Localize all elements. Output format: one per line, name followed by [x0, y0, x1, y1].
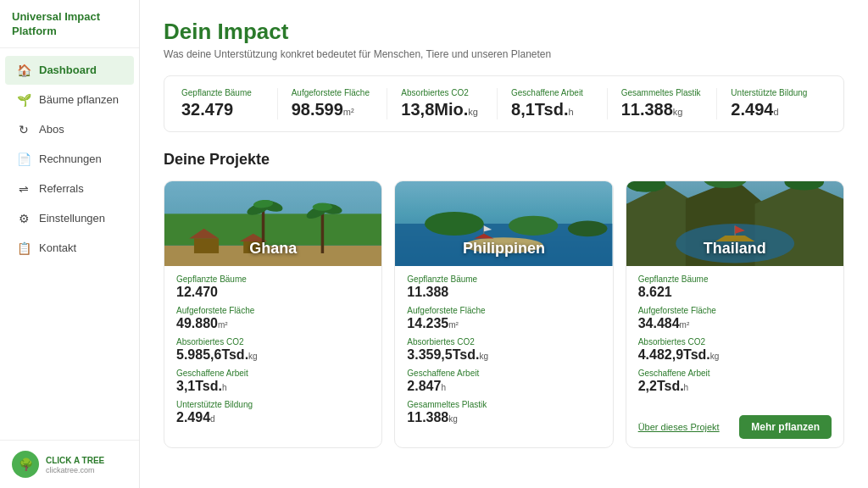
proj-stat-label: Gepflanzte Bäume [407, 274, 600, 284]
sidebar: Universal ImpactPlatform 🏠 Dashboard 🌱 B… [0, 0, 140, 488]
brand-logo: 🌳 [12, 451, 39, 478]
stat-gepflanzte-baeume: Gepflanzte Bäume 32.479 [181, 88, 278, 119]
project-image-thailand: Thailand [626, 181, 843, 266]
proj-stat: Absorbiertes CO2 5.985,6Tsd.kg [176, 337, 370, 363]
project-card-philippinen: Philippinen Gepflanzte Bäume 11.388 Aufg… [394, 180, 613, 448]
proj-stat-label: Absorbiertes CO2 [176, 337, 370, 347]
proj-stat-value: 49.880m² [176, 316, 370, 331]
project-detail-link[interactable]: Über dieses Projekt [638, 422, 720, 432]
stat-label: Absorbiertes CO2 [401, 88, 483, 97]
stat-absorbiertes-co2: Absorbiertes CO2 13,8Mio.kg [387, 88, 498, 119]
proj-stat: Geschaffene Arbeit 3,1Tsd.h [176, 369, 370, 394]
project-card-thailand: Thailand Gepflanzte Bäume 8.621 Aufgefor… [626, 180, 844, 448]
proj-stat-label: Geschaffene Arbeit [638, 369, 832, 378]
sidebar-item-einstellungen[interactable]: ⚙ Einstellungen [5, 204, 134, 233]
proj-stat-value: 2,2Tsd.h [638, 379, 832, 394]
proj-stat: Aufgeforstete Fläche 34.484m² [638, 306, 832, 331]
proj-stat-value: 2.494d [176, 410, 370, 425]
stat-value: 11.388kg [621, 100, 704, 119]
proj-stat-value: 34.484m² [638, 316, 832, 331]
proj-stat-value: 8.621 [638, 285, 832, 300]
sidebar-footer: 🌳 CLICK A TREE clickatree.com [0, 440, 139, 488]
proj-stat-value: 4.482,9Tsd.kg [638, 347, 832, 363]
brand-name: CLICK A TREE [46, 455, 104, 466]
project-image-philippinen: Philippinen [395, 181, 612, 266]
stat-label: Gepflanzte Bäume [181, 88, 264, 97]
sidebar-item-label: Dashboard [39, 64, 97, 76]
project-footer-thailand: Über dieses Projekt Mehr pflanzen [626, 410, 843, 447]
stat-label: Unterstützte Bildung [731, 88, 813, 97]
sidebar-item-label: Rechnungen [39, 152, 102, 165]
sidebar-item-label: Kontakt [39, 241, 76, 254]
proj-stat-value: 14.235m² [407, 316, 600, 331]
tree-icon: 🌱 [17, 93, 31, 107]
project-stats-philippinen: Gepflanzte Bäume 11.388 Aufgeforstete Fl… [395, 266, 612, 441]
stat-label: Gesammeltes Plastik [621, 88, 704, 97]
refresh-icon: ↻ [17, 123, 31, 136]
proj-stat-value: 3.359,5Tsd.kg [407, 347, 600, 363]
project-stats-thailand: Gepflanzte Bäume 8.621 Aufgeforstete Flä… [626, 266, 843, 410]
sidebar-item-label: Referrals [39, 182, 84, 195]
stat-gesammeltes-plastik: Gesammeltes Plastik 11.388kg [608, 88, 718, 119]
proj-stat-value: 5.985,6Tsd.kg [176, 347, 370, 363]
project-name-philippinen: Philippinen [463, 240, 545, 266]
main-content: Dein Impact Was deine Unterstützung konk… [140, 0, 868, 488]
proj-stat-label: Aufgeforstete Fläche [176, 306, 370, 315]
proj-stat-label: Gepflanzte Bäume [638, 274, 832, 284]
proj-stat-value: 3,1Tsd.h [176, 379, 370, 394]
stat-label: Aufgeforstete Fläche [292, 88, 374, 97]
proj-stat: Aufgeforstete Fläche 49.880m² [176, 306, 370, 331]
project-image-ghana: Ghana [164, 181, 381, 266]
proj-stat-label: Unterstützte Bildung [176, 400, 370, 409]
proj-stat-label: Geschaffene Arbeit [176, 369, 370, 378]
proj-stat: Gepflanzte Bäume 11.388 [407, 274, 600, 300]
proj-stat: Aufgeforstete Fläche 14.235m² [407, 306, 600, 331]
sidebar-nav: 🏠 Dashboard 🌱 Bäume pflanzen ↻ Abos 📄 Re… [0, 48, 139, 440]
stat-value: 98.599m² [292, 100, 374, 119]
sidebar-item-dashboard[interactable]: 🏠 Dashboard [5, 56, 134, 85]
proj-stat-label: Aufgeforstete Fläche [638, 306, 832, 315]
stat-value: 8,1Tsd.h [511, 100, 593, 119]
project-name-thailand: Thailand [704, 240, 766, 266]
proj-stat-value: 11.388 [407, 285, 600, 300]
projects-grid: Ghana Gepflanzte Bäume 12.470 Aufgeforst… [164, 180, 844, 448]
stat-value: 2.494d [731, 100, 813, 119]
stat-aufgeforstete-flaeche: Aufgeforstete Fläche 98.599m² [278, 88, 388, 119]
referral-icon: ⇌ [17, 182, 31, 196]
proj-stat-label: Absorbiertes CO2 [407, 337, 600, 347]
proj-stat: Unterstützte Bildung 2.494d [176, 400, 370, 425]
proj-stat-value: 11.388kg [407, 410, 600, 425]
stat-label: Geschaffene Arbeit [511, 88, 593, 97]
proj-stat: Absorbiertes CO2 3.359,5Tsd.kg [407, 337, 600, 363]
proj-stat-label: Absorbiertes CO2 [638, 337, 832, 347]
invoice-icon: 📄 [17, 152, 31, 166]
sidebar-item-kontakt[interactable]: 📋 Kontakt [5, 234, 134, 263]
proj-stat-value: 2.847h [407, 379, 600, 394]
sidebar-item-abos[interactable]: ↻ Abos [5, 115, 134, 144]
sidebar-item-referrals[interactable]: ⇌ Referrals [5, 175, 134, 203]
contact-icon: 📋 [17, 241, 31, 255]
page-subtitle: Was deine Unterstützung konkret bedeutet… [164, 48, 844, 60]
proj-stat: Gesammeltes Plastik 11.388kg [407, 400, 600, 425]
sidebar-logo: Universal ImpactPlatform [0, 0, 139, 48]
proj-stat: Gepflanzte Bäume 12.470 [176, 274, 370, 300]
proj-stat-label: Gepflanzte Bäume [176, 274, 370, 284]
proj-stat: Geschaffene Arbeit 2,2Tsd.h [638, 369, 832, 394]
projects-section-title: Deine Projekte [164, 151, 844, 169]
plant-more-button[interactable]: Mehr pflanzen [739, 415, 832, 439]
proj-stat-label: Aufgeforstete Fläche [407, 306, 600, 315]
proj-stat: Gepflanzte Bäume 8.621 [638, 274, 832, 300]
sidebar-item-label: Bäume pflanzen [39, 93, 119, 106]
sidebar-item-baeume[interactable]: 🌱 Bäume pflanzen [5, 86, 134, 114]
brand-info: CLICK A TREE clickatree.com [46, 455, 104, 474]
sidebar-item-rechnungen[interactable]: 📄 Rechnungen [5, 145, 134, 174]
sidebar-item-label: Abos [39, 123, 64, 136]
proj-stat: Absorbiertes CO2 4.482,9Tsd.kg [638, 337, 832, 363]
stats-bar: Gepflanzte Bäume 32.479 Aufgeforstete Fl… [164, 75, 844, 132]
project-name-ghana: Ghana [249, 240, 297, 266]
sidebar-item-label: Einstellungen [39, 212, 105, 225]
stat-geschaffene-arbeit: Geschaffene Arbeit 8,1Tsd.h [498, 88, 608, 119]
proj-stat-label: Gesammeltes Plastik [407, 400, 600, 409]
project-stats-ghana: Gepflanzte Bäume 12.470 Aufgeforstete Fl… [164, 266, 381, 441]
app-name: Universal ImpactPlatform [12, 10, 127, 39]
